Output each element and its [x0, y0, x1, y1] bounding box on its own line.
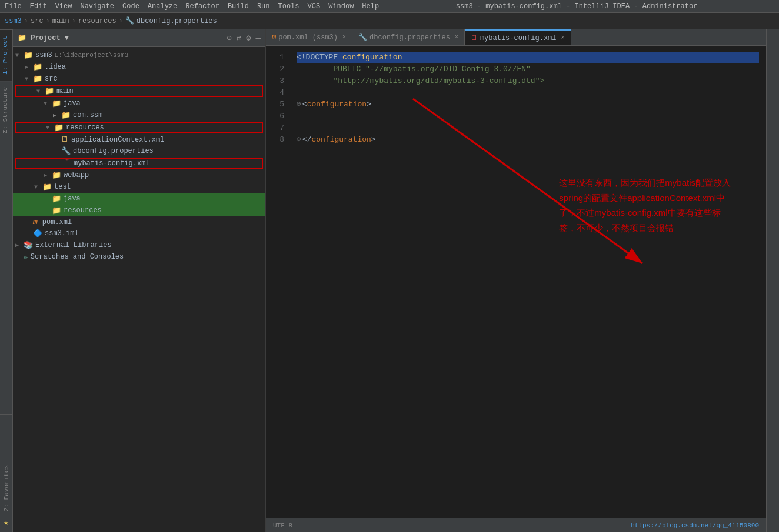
tree-arrow-ssm3: ▼	[15, 52, 24, 59]
tree-item-src[interactable]: ▼ 📁 src	[13, 73, 265, 85]
tree-label-pom: pom.xml	[42, 218, 72, 226]
panel-icon-settings[interactable]: ⚙	[246, 33, 251, 43]
folder-icon-test-resources: 📁	[52, 206, 61, 215]
tree-item-iml[interactable]: 🔷 ssm3.iml	[13, 227, 265, 239]
properties-icon-dbconfig: 🔧	[61, 146, 71, 156]
tree-item-com-ssm[interactable]: ▶ 📁 com.ssm	[13, 109, 265, 121]
pom-icon-pom: m	[33, 218, 38, 226]
tab-mybatis[interactable]: 🗒 mybatis-config.xml ×	[465, 29, 571, 45]
tree-item-test-java[interactable]: 📁 java	[13, 193, 265, 205]
menu-refactor[interactable]: Refactor	[185, 2, 219, 11]
window-title: ssm3 - mybatis-config.xml - IntelliJ IDE…	[456, 2, 697, 11]
side-tab-structure[interactable]: Z: Structure	[0, 81, 12, 139]
menu-analyze[interactable]: Analyze	[148, 2, 177, 11]
folder-icon-idea: 📁	[33, 62, 42, 72]
folder-icon-java: 📁	[52, 99, 61, 108]
mybatis-icon-config: 🗒	[64, 159, 71, 168]
tree-item-resources[interactable]: ▼ 📁 resources	[15, 122, 263, 133]
menu-view[interactable]: View	[55, 2, 72, 11]
tree-label-test-resources: resources	[64, 206, 102, 215]
tree-arrow-java: ▼	[44, 101, 52, 107]
iml-icon-ssm3: 🔷	[33, 229, 42, 238]
bc-src[interactable]: src	[31, 17, 44, 25]
tree-item-test-resources[interactable]: 📁 resources	[13, 205, 265, 216]
tree-item-idea[interactable]: ▶ 📁 .idea	[13, 61, 265, 73]
tree-item-ext-libs[interactable]: ▶ 📚 External Libraries	[13, 239, 265, 251]
tree-label-mybatis-config: mybatis-config.xml	[74, 159, 150, 168]
project-tree: ▼ 📁 ssm3 E:\ideaproject\ssm3 ▶ 📁 .idea ▼…	[13, 47, 265, 532]
tab-mybatis-label: mybatis-config.xml	[480, 34, 557, 42]
tab-pom-close[interactable]: ×	[342, 34, 346, 41]
panel-icon-add[interactable]: ⊕	[227, 33, 231, 43]
tree-arrow-ext-libs: ▶	[15, 242, 24, 249]
tab-dbconfig-close[interactable]: ×	[455, 34, 458, 41]
editor-area: m pom.xml (ssm3) × 🔧 dbconfig.properties…	[266, 29, 766, 532]
tree-label-test: test	[54, 183, 71, 191]
folder-icon-src: 📁	[33, 74, 42, 83]
editor-content: 1 2 3 4 5 6 7 8 <!DOCTYPE configuration …	[266, 46, 766, 518]
tree-item-ssm3[interactable]: ▼ 📁 ssm3 E:\ideaproject\ssm3	[13, 49, 265, 61]
menu-file[interactable]: File	[5, 2, 22, 11]
tab-pom[interactable]: m pom.xml (ssm3) ×	[266, 29, 352, 45]
code-line-4	[297, 87, 759, 99]
folder-icon-ssm3: 📁	[24, 51, 33, 60]
code-line-1: <!DOCTYPE configuration	[297, 52, 759, 63]
bc-ssm3[interactable]: ssm3	[5, 17, 22, 25]
menu-tools[interactable]: Tools	[278, 2, 299, 11]
tab-mybatis-icon: 🗒	[471, 34, 478, 42]
editor-tabs: m pom.xml (ssm3) × 🔧 dbconfig.properties…	[266, 29, 766, 46]
code-line-5: ⊖ <configuration>	[297, 99, 759, 111]
scratch-icon: ✏	[24, 252, 28, 262]
menu-build[interactable]: Build	[228, 2, 249, 11]
tree-item-mybatis-config[interactable]: 🗒 mybatis-config.xml	[15, 158, 263, 169]
bc-file-icon: 🔧	[125, 16, 134, 25]
tree-label-test-java: java	[64, 195, 81, 203]
tree-item-test[interactable]: ▼ 📁 test	[13, 181, 265, 193]
tree-item-pom[interactable]: m pom.xml	[13, 216, 265, 227]
bc-filename: dbconfig.properties	[137, 17, 217, 25]
menu-navigate[interactable]: Navigate	[80, 2, 114, 11]
tree-label-src: src	[45, 75, 58, 83]
title-bar: File Edit View Navigate Code Analyze Ref…	[0, 0, 779, 13]
menu-vcs[interactable]: VCS	[308, 2, 321, 11]
right-side-tabs	[766, 29, 779, 532]
tree-arrow-src: ▼	[25, 76, 33, 82]
side-tab-favorites[interactable]: 2: Favorites	[1, 461, 12, 515]
tab-dbconfig[interactable]: 🔧 dbconfig.properties ×	[352, 29, 465, 45]
menu-code[interactable]: Code	[122, 2, 139, 11]
menu-bar[interactable]: File Edit View Navigate Code Analyze Ref…	[5, 2, 379, 11]
tree-path-ssm3: E:\ideaproject\ssm3	[55, 52, 128, 59]
tree-label-ext-libs: External Libraries	[35, 241, 112, 249]
menu-run[interactable]: Run	[257, 2, 270, 11]
panel-icon-minimize[interactable]: —	[256, 34, 261, 43]
panel-header: 📁 Project ▼ ⊕ ⇄ ⚙ —	[13, 29, 265, 47]
bc-main[interactable]: main	[52, 17, 69, 25]
main-layout: 1: Project Z: Structure 📁 Project ▼ ⊕ ⇄ …	[0, 29, 779, 532]
tree-item-dbconfig[interactable]: 🔧 dbconfig.properties	[13, 145, 265, 157]
tree-item-appcontext[interactable]: 🗒 applicationContext.xml	[13, 134, 265, 145]
code-line-7	[297, 122, 759, 134]
tree-label-com-ssm: com.ssm	[73, 111, 102, 119]
tab-mybatis-close[interactable]: ×	[561, 35, 565, 41]
tree-item-webapp[interactable]: ▶ 📁 webapp	[13, 169, 265, 181]
bc-resources[interactable]: resources	[78, 17, 116, 25]
menu-help[interactable]: Help	[362, 2, 379, 11]
tree-label-webapp: webapp	[64, 171, 89, 179]
status-url[interactable]: https://blog.csdn.net/qq_41150890	[631, 522, 759, 529]
tab-pom-label: pom.xml (ssm3)	[278, 34, 338, 42]
tree-arrow-test: ▼	[34, 184, 42, 190]
tree-item-java[interactable]: ▼ 📁 java	[13, 98, 265, 109]
folder-icon-com-ssm: 📁	[61, 111, 71, 120]
tree-arrow-com-ssm: ▶	[53, 112, 61, 119]
tree-arrow-webapp: ▶	[44, 172, 52, 179]
folder-icon-test: 📁	[42, 182, 52, 192]
menu-edit[interactable]: Edit	[30, 2, 47, 11]
tree-item-main[interactable]: ▼ 📁 main	[15, 85, 263, 97]
breadcrumb: ssm3 › src › main › resources › 🔧 dbconf…	[0, 13, 779, 29]
panel-icon-sync[interactable]: ⇄	[237, 33, 241, 43]
code-line-3: "http://mybatis.org/dtd/mybatis-3-config…	[297, 75, 759, 87]
tree-item-scratches[interactable]: ✏ Scratches and Consoles	[13, 251, 265, 263]
side-tab-project[interactable]: 1: Project	[0, 29, 12, 81]
menu-window[interactable]: Window	[328, 2, 354, 11]
code-area[interactable]: <!DOCTYPE configuration PUBLIC "-//mybat…	[289, 46, 766, 518]
